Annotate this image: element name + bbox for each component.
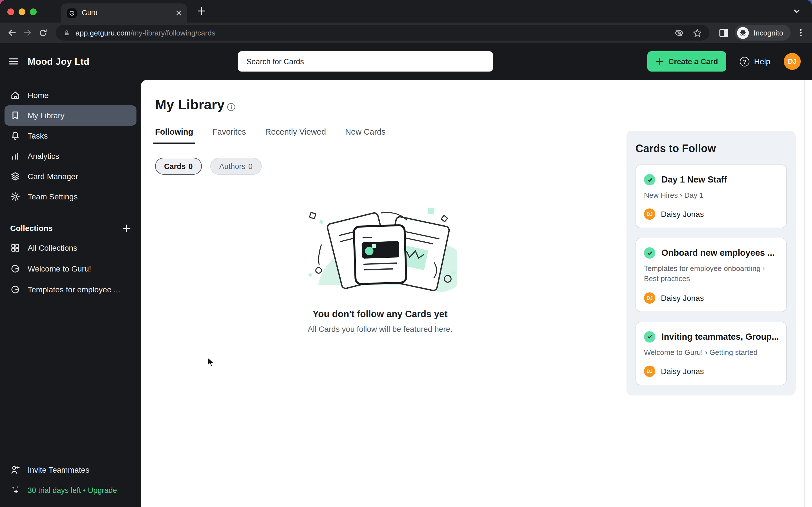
close-tab-icon[interactable]	[176, 10, 182, 16]
browser-toolbar: app.getguru.com/my-library/following/car…	[0, 22, 812, 43]
invite-teammates-button[interactable]: Invite Teammates	[4, 460, 137, 480]
help-button[interactable]: ? Help	[740, 57, 770, 66]
empty-state-title: You don't follow any Cards yet	[155, 309, 605, 320]
filter-cards-pill[interactable]: Cards0	[155, 158, 202, 175]
new-tab-button[interactable]	[197, 7, 206, 15]
app-header: Mood Joy Ltd Create a Card ? Help DJ	[0, 43, 812, 80]
tab-title: Guru	[82, 9, 171, 17]
sidebar-item-templates-collection[interactable]: Templates for employee ...	[4, 279, 137, 300]
browser-menu-icon[interactable]	[796, 28, 805, 37]
card-breadcrumb: New Hires › Day 1	[644, 190, 778, 201]
sidebar-item-my-library[interactable]: My Library	[4, 105, 137, 126]
sidebar-item-home[interactable]: Home	[4, 85, 137, 105]
collections-header: Collections	[10, 224, 131, 233]
author-avatar: DJ	[644, 209, 655, 220]
question-icon: ?	[740, 57, 749, 66]
main-content: My Library i Following Favorites Recentl…	[141, 80, 812, 507]
bookmark-star-icon[interactable]	[693, 28, 702, 38]
page-title: My Library	[155, 97, 225, 113]
check-icon	[644, 331, 655, 342]
bell-icon	[10, 131, 20, 141]
browser-tab[interactable]: Guru	[61, 3, 187, 22]
incognito-badge: Incognito	[735, 25, 791, 41]
search-input[interactable]	[238, 51, 493, 71]
trial-upgrade-link[interactable]: 30 trial days left • Upgrade	[4, 480, 137, 500]
filter-authors-pill[interactable]: Authors0	[210, 158, 262, 175]
incognito-icon	[737, 27, 749, 39]
bookmark-icon	[10, 110, 20, 121]
cards-to-follow-panel: Cards to Follow Day 1 New Staff New Hire…	[626, 131, 796, 395]
empty-state: You don't follow any Cards yet All Cards…	[155, 205, 605, 334]
forward-button[interactable]	[22, 27, 33, 38]
sidebar-item-tasks[interactable]: Tasks	[4, 126, 137, 146]
lock-icon	[63, 29, 70, 36]
grid-icon	[10, 242, 20, 252]
tab-search-chevron-icon[interactable]	[793, 7, 801, 15]
screen: Guru app.	[0, 0, 812, 507]
follow-card[interactable]: Inviting teammates, Group... Welcome to …	[636, 321, 786, 385]
guru-collection-icon	[10, 263, 20, 274]
gear-icon	[10, 191, 20, 202]
home-icon	[10, 90, 20, 100]
browser-tab-strip: Guru	[0, 0, 812, 22]
author-name: Daisy Jonas	[661, 293, 704, 302]
add-collection-button[interactable]	[122, 224, 131, 232]
layers-icon	[10, 171, 20, 181]
address-bar[interactable]: app.getguru.com/my-library/following/car…	[56, 25, 709, 41]
check-icon	[644, 174, 655, 185]
minimize-window-button[interactable]	[18, 8, 26, 15]
info-icon[interactable]: i	[227, 103, 236, 111]
author-name: Daisy Jonas	[661, 210, 704, 219]
person-plus-icon	[10, 465, 20, 475]
panel-title: Cards to Follow	[636, 143, 786, 155]
follow-card[interactable]: Onboard new employees ... Templates for …	[636, 238, 786, 312]
sidebar-item-welcome-to-guru[interactable]: Welcome to Guru!	[4, 258, 137, 279]
collections-title: Collections	[10, 224, 53, 233]
back-button[interactable]	[7, 27, 17, 38]
card-title: Inviting teammates, Group...	[661, 332, 778, 342]
scrollbar-track[interactable]	[804, 80, 805, 507]
guru-collection-icon	[10, 284, 20, 294]
card-title: Day 1 New Staff	[661, 175, 727, 185]
sidebar-item-card-manager[interactable]: Card Manager	[4, 166, 137, 186]
browser-window: Guru app.	[0, 0, 812, 507]
hamburger-menu-icon[interactable]	[8, 56, 19, 67]
sidebar-item-all-collections[interactable]: All Collections	[4, 237, 137, 258]
side-panel-icon[interactable]	[718, 27, 729, 38]
sidebar: Home My Library Tasks Analytics Card Man…	[0, 80, 141, 507]
close-window-button[interactable]	[7, 8, 14, 15]
author-name: Daisy Jonas	[661, 367, 704, 376]
trial-label: 30 trial days left • Upgrade	[28, 486, 117, 494]
empty-cards-illustration	[303, 205, 457, 293]
url-text: app.getguru.com/my-library/following/car…	[75, 29, 215, 37]
library-tabs: Following Favorites Recently Viewed New …	[155, 127, 605, 144]
bar-chart-icon	[10, 151, 20, 161]
author-avatar: DJ	[644, 292, 655, 303]
author-avatar: DJ	[644, 365, 655, 377]
org-name[interactable]: Mood Joy Ltd	[28, 56, 89, 67]
eye-blocked-icon[interactable]	[674, 28, 684, 38]
tab-recently-viewed[interactable]: Recently Viewed	[265, 127, 326, 144]
reload-button[interactable]	[38, 28, 48, 38]
card-breadcrumb: Templates for employee onboarding › Best…	[644, 264, 778, 284]
sidebar-item-team-settings[interactable]: Team Settings	[4, 186, 137, 207]
incognito-label: Incognito	[753, 29, 783, 37]
sidebar-item-analytics[interactable]: Analytics	[4, 146, 137, 166]
window-controls	[7, 8, 37, 15]
zoom-window-button[interactable]	[30, 8, 37, 15]
user-avatar[interactable]: DJ	[784, 53, 801, 70]
card-breadcrumb: Welcome to Guru! › Getting started	[644, 347, 778, 357]
plus-icon	[656, 57, 664, 65]
follow-card[interactable]: Day 1 New Staff New Hires › Day 1 DJ Dai…	[636, 165, 786, 228]
empty-state-subtitle: All Cards you follow will be featured he…	[155, 325, 605, 334]
sparkles-icon	[10, 485, 20, 495]
tab-following[interactable]: Following	[155, 127, 193, 144]
create-card-button[interactable]: Create a Card	[648, 51, 726, 71]
tab-favorites[interactable]: Favorites	[212, 127, 246, 144]
check-icon	[644, 247, 655, 259]
card-title: Onboard new employees ...	[661, 248, 774, 258]
guru-favicon-icon	[67, 8, 77, 18]
tab-new-cards[interactable]: New Cards	[345, 127, 386, 144]
